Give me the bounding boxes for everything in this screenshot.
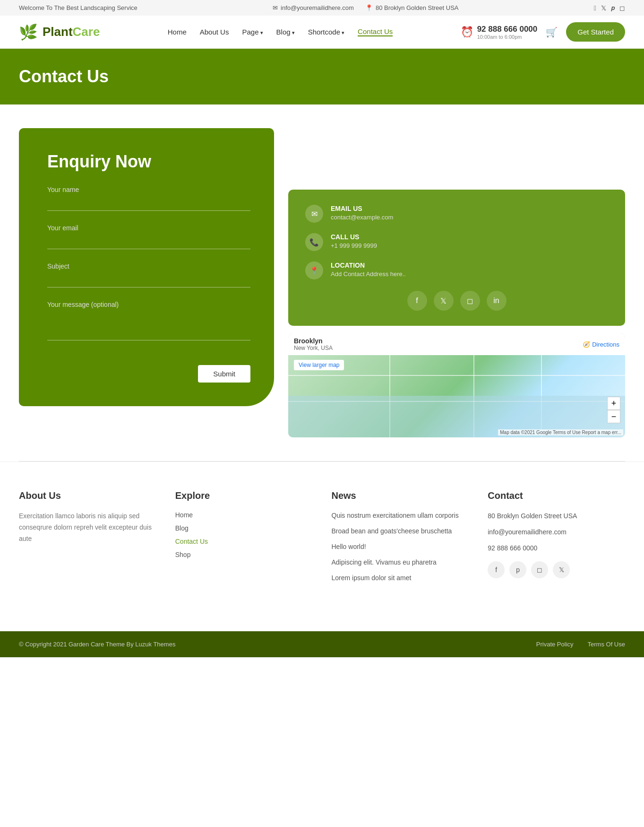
email-field-group: Your email — [47, 224, 250, 249]
message-input[interactable] — [47, 312, 250, 340]
phone-number: 92 888 666 0000 — [477, 25, 538, 34]
footer-social-twitter[interactable]: 𝕏 — [553, 561, 570, 578]
topbar: Welcome To The Best Landscaping Service … — [0, 0, 644, 16]
footer-social-links: f p ◻ 𝕏 — [488, 561, 625, 578]
contact-social-facebook[interactable]: f — [407, 291, 427, 311]
header-right: ⏰ 92 888 666 0000 10:00am to 6:00pm 🛒 Ge… — [461, 22, 625, 42]
map-view-larger-link[interactable]: View larger map — [294, 360, 344, 370]
subject-input[interactable] — [47, 274, 250, 287]
footer-social-facebook[interactable]: f — [488, 561, 505, 578]
news-item-4: Adipiscing elit. Vivamus eu pharetra — [332, 557, 469, 567]
map-location-info: Brooklyn New York, USA — [294, 337, 333, 351]
footer-social-instagram[interactable]: ◻ — [531, 561, 548, 578]
form-heading: Enquiry Now — [47, 152, 250, 172]
footer-explore-blog[interactable]: Blog — [175, 524, 313, 532]
nav-about[interactable]: About Us — [200, 28, 229, 36]
email-info: ✉ EMAIL US contact@example.com — [305, 205, 608, 223]
news-item-1: Quis nostrum exercitationem ullam corpor… — [332, 511, 469, 521]
footer-explore-contact[interactable]: Contact Us — [175, 537, 313, 546]
submit-button[interactable]: Submit — [198, 365, 250, 383]
map-header: Brooklyn New York, USA 🧭 Directions — [288, 333, 625, 355]
footer-about-heading: About Us — [19, 490, 156, 501]
location-info: 📍 LOCATION Add Contact Address here.. — [305, 261, 608, 279]
main-nav: Home About Us Page Blog Shortcode Contac… — [168, 27, 393, 36]
name-label: Your name — [47, 186, 250, 193]
topbar-tagline: Welcome To The Best Landscaping Service — [19, 4, 137, 11]
contact-social-twitter[interactable]: 𝕏 — [434, 291, 454, 311]
clock-icon: ⏰ — [461, 26, 473, 38]
page-hero: Contact Us — [0, 49, 644, 104]
contact-social-instagram[interactable]: ◻ — [460, 291, 480, 311]
topbar-email: ✉ info@youremailidhere.com — [273, 4, 354, 11]
topbar-tagline-text: Welcome To The Best Landscaping Service — [19, 4, 137, 11]
email-input[interactable] — [47, 235, 250, 249]
contact-section: Enquiry Now Your name Your email Subject… — [0, 104, 644, 461]
footer-contact-phone: 92 888 666 0000 — [488, 543, 625, 554]
footer-explore-heading: Explore — [175, 490, 313, 501]
map-zoom-controls[interactable]: + − — [607, 397, 620, 423]
nav-home[interactable]: Home — [168, 28, 187, 36]
location-info-text: LOCATION Add Contact Address here.. — [331, 261, 406, 278]
page-title: Contact Us — [19, 67, 625, 87]
phone-hours: 10:00am to 6:00pm — [477, 34, 538, 40]
subject-field-group: Subject — [47, 262, 250, 287]
privacy-policy-link[interactable]: Private Policy — [536, 641, 574, 648]
header-phone: ⏰ 92 888 666 0000 10:00am to 6:00pm — [461, 25, 538, 40]
logo-icon: 🌿 — [19, 23, 38, 41]
topbar-contact-info: ✉ info@youremailidhere.com 📍 80 Broklyn … — [273, 4, 458, 11]
copyright-text: © Copyright 2021 Garden Care Theme By Lu… — [19, 641, 175, 648]
footer-contact-heading: Contact — [488, 490, 625, 501]
nav-page[interactable]: Page — [242, 28, 263, 36]
get-started-button[interactable]: Get Started — [566, 22, 625, 42]
email-contact-icon: ✉ — [305, 205, 323, 223]
footer-contact-email: info@youremailidhere.com — [488, 527, 625, 538]
contact-social-links: f 𝕏 ◻ in — [305, 291, 608, 311]
social-instagram-top[interactable]: ◻ — [619, 4, 625, 12]
news-item-5: Lorem ipsum dolor sit amet — [332, 573, 469, 583]
contact-social-linkedin[interactable]: in — [487, 291, 507, 311]
footer-news: News Quis nostrum exercitationem ullam c… — [332, 490, 469, 589]
nav-shortcode[interactable]: Shortcode — [308, 28, 344, 36]
footer-grid: About Us Exercitation llamco laboris nis… — [19, 490, 625, 589]
social-twitter-top[interactable]: 𝕏 — [601, 4, 606, 12]
footer-explore-links: Home Blog Contact Us Shop — [175, 511, 313, 559]
logo[interactable]: 🌿 PlantCare — [19, 23, 100, 41]
nav-contact[interactable]: Contact Us — [358, 27, 393, 36]
message-field-group: Your message (optional) — [47, 301, 250, 342]
logo-text: PlantCare — [43, 25, 100, 39]
social-pinterest-top[interactable]: 𝙥 — [611, 4, 615, 12]
map-zoom-in[interactable]: + — [607, 397, 620, 410]
email-label: Your email — [47, 224, 250, 232]
map-zoom-out[interactable]: − — [607, 410, 620, 423]
contact-info-card: ✉ EMAIL US contact@example.com 📞 CALL US… — [288, 190, 625, 326]
enquiry-form-card: Enquiry Now Your name Your email Subject… — [19, 128, 274, 406]
topbar-social[interactable]:  𝕏 𝙥 ◻ — [594, 4, 625, 12]
name-field-group: Your name — [47, 186, 250, 211]
news-item-3: Hello world! — [332, 542, 469, 552]
footer-explore-home[interactable]: Home — [175, 511, 313, 519]
phone-contact-icon: 📞 — [305, 233, 323, 251]
map-attribution: Map data ©2021 Google Terms of Use Repor… — [498, 429, 623, 435]
map-container: Brooklyn New York, USA 🧭 Directions View… — [288, 333, 625, 437]
footer-explore-shop[interactable]: Shop — [175, 550, 313, 559]
cart-icon[interactable]: 🛒 — [546, 26, 558, 38]
name-input[interactable] — [47, 197, 250, 211]
map-directions-link[interactable]: 🧭 Directions — [583, 341, 619, 348]
footer-bottom: © Copyright 2021 Garden Care Theme By Lu… — [0, 631, 644, 657]
footer-news-heading: News — [332, 490, 469, 501]
location-icon: 📍 — [365, 4, 373, 11]
footer-social-pinterest[interactable]: p — [509, 561, 526, 578]
social-facebook-top[interactable]:  — [594, 4, 596, 12]
footer-about-text: Exercitation llamco laboris nis aliquip … — [19, 511, 156, 544]
header: 🌿 PlantCare Home About Us Page Blog Shor… — [0, 16, 644, 49]
contact-info-area: ✉ EMAIL US contact@example.com 📞 CALL US… — [288, 128, 625, 437]
terms-of-use-link[interactable]: Terms Of Use — [588, 641, 625, 648]
email-info-text: EMAIL US contact@example.com — [331, 205, 393, 221]
news-item-2: Broad bean and goats'cheese bruschetta — [332, 526, 469, 536]
subject-label: Subject — [47, 262, 250, 270]
email-icon: ✉ — [273, 4, 278, 11]
message-label: Your message (optional) — [47, 301, 250, 308]
topbar-address: 📍 80 Broklyn Golden Street USA — [365, 4, 459, 11]
footer: About Us Exercitation llamco laboris nis… — [0, 461, 644, 631]
nav-blog[interactable]: Blog — [276, 28, 295, 36]
